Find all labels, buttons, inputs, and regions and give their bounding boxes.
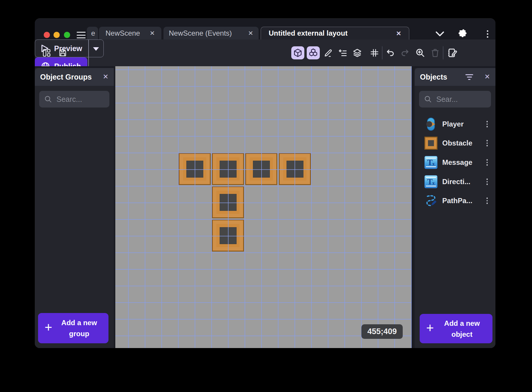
- add-group-label-line2: group: [69, 330, 89, 338]
- object-kebab-icon[interactable]: [485, 158, 489, 167]
- plus-icon: +: [45, 321, 52, 334]
- tab-close-icon[interactable]: ✕: [248, 30, 253, 36]
- object-row-pathpaint[interactable]: PathPa...: [415, 192, 495, 209]
- redo-icon[interactable]: [399, 46, 410, 59]
- cursor-coordinates-badge: 455;409: [361, 324, 403, 339]
- object-kebab-icon[interactable]: [485, 139, 489, 148]
- add-object-label-line2: object: [451, 330, 473, 338]
- obstacle-tile-instance[interactable]: [212, 153, 244, 185]
- 3d-view-toggle[interactable]: [291, 46, 304, 59]
- app-window: e NewScene ✕ NewScene (Events) ✕ Untitle…: [35, 18, 495, 348]
- object-row-player[interactable]: Player: [415, 116, 495, 133]
- object-row-message[interactable]: Tx Message: [415, 154, 495, 171]
- objects-panel: Objects ✕ Player Obstacle: [415, 68, 495, 348]
- tab-close-icon[interactable]: ✕: [149, 30, 155, 36]
- object-name: Message: [442, 158, 472, 167]
- object-kebab-icon[interactable]: [485, 120, 489, 129]
- traffic-minimize-button[interactable]: [53, 32, 60, 38]
- object-name: Obstacle: [442, 139, 472, 147]
- toolbar: Preview Publish: [35, 39, 495, 66]
- scene-properties-icon[interactable]: [447, 46, 458, 59]
- tab-newscene-events[interactable]: NewScene (Events) ✕: [163, 27, 259, 39]
- tab-label: Untitled external layout: [269, 29, 347, 37]
- plus-icon: +: [426, 321, 434, 334]
- cube-icon: [293, 48, 302, 57]
- window-menu-kebab-icon[interactable]: [481, 28, 493, 40]
- add-object-button[interactable]: + Add a new object: [420, 314, 492, 343]
- text-object-icon: Tx: [424, 175, 437, 188]
- tab-newscene[interactable]: NewScene ✕: [99, 27, 161, 39]
- object-row-obstacle[interactable]: Obstacle: [415, 135, 495, 152]
- obstacle-tile-instance[interactable]: [212, 186, 244, 218]
- tab-close-icon[interactable]: ✕: [396, 30, 401, 37]
- tab-untitled-external-layout[interactable]: Untitled external layout ✕: [261, 27, 409, 39]
- object-groups-panel: Object Groups ✕ + Add a new group: [35, 68, 114, 348]
- object-groups-close-icon[interactable]: ✕: [103, 73, 108, 81]
- object-kebab-icon[interactable]: [485, 196, 489, 205]
- objects-search-input[interactable]: [436, 95, 481, 104]
- content-area: Object Groups ✕ + Add a new group 455;40…: [35, 66, 495, 348]
- grid-icon[interactable]: [369, 46, 380, 59]
- add-group-button[interactable]: + Add a new group: [38, 313, 108, 343]
- obstacle-icon: [424, 137, 437, 150]
- tab-clipped[interactable]: e: [87, 27, 98, 39]
- object-groups-title: Object Groups: [40, 73, 92, 81]
- scene-canvas[interactable]: 455;409: [115, 66, 412, 348]
- cubes-icon: [309, 48, 318, 58]
- add-group-label-line1: Add a new: [61, 319, 97, 327]
- tab-label: NewScene (Events): [169, 29, 232, 37]
- tab-clipped-label: e: [91, 29, 98, 37]
- object-row-directions[interactable]: Tx Directi...: [415, 173, 495, 190]
- extensions-puzzle-icon[interactable]: [457, 28, 469, 40]
- tab-label: NewScene: [106, 29, 140, 37]
- object-name: PathPa...: [442, 197, 472, 205]
- player-icon: [424, 118, 437, 131]
- path-paint-icon: [424, 194, 437, 207]
- text-object-icon: Tx: [424, 156, 437, 169]
- object-groups-header: Object Groups: [35, 68, 114, 86]
- layers-icon[interactable]: [352, 46, 363, 59]
- search-icon: [45, 96, 52, 103]
- traffic-close-button[interactable]: [44, 32, 50, 38]
- objects-header: Objects: [415, 68, 495, 86]
- object-groups-searchbox: [39, 91, 109, 108]
- main-menu-icon[interactable]: [77, 32, 86, 38]
- tabs-overflow-chevron-down-icon[interactable]: [434, 28, 446, 40]
- objects-searchbox: [419, 91, 491, 108]
- objects-title: Objects: [420, 73, 447, 81]
- undo-icon[interactable]: [385, 46, 396, 59]
- obstacle-tile-instance[interactable]: [279, 153, 311, 185]
- object-name: Directi...: [442, 178, 470, 186]
- edit-pencil-icon[interactable]: [323, 46, 334, 59]
- trash-icon[interactable]: [430, 46, 440, 59]
- save-icon[interactable]: [57, 46, 68, 59]
- search-icon: [424, 96, 432, 103]
- zoom-in-icon[interactable]: [415, 46, 426, 59]
- obstacle-tile-instance[interactable]: [212, 219, 244, 252]
- obstacle-tile-instance[interactable]: [245, 153, 277, 185]
- grid-overlay: [115, 66, 412, 348]
- objects-close-icon[interactable]: ✕: [484, 73, 490, 81]
- instances-view-toggle[interactable]: [307, 46, 320, 59]
- objects-filter-icon[interactable]: [465, 73, 473, 81]
- project-manager-icon[interactable]: [41, 46, 52, 59]
- object-kebab-icon[interactable]: [485, 177, 489, 186]
- instances-list-icon[interactable]: [338, 46, 348, 59]
- object-name: Player: [442, 120, 464, 128]
- object-groups-search-input[interactable]: [56, 95, 101, 104]
- add-object-label-line1: Add a new: [444, 319, 480, 327]
- preview-dropdown-caret-icon[interactable]: [93, 47, 99, 51]
- obstacle-tile-instance[interactable]: [179, 153, 211, 185]
- tab-bar: e NewScene ✕ NewScene (Events) ✕ Untitle…: [35, 19, 495, 39]
- traffic-zoom-button[interactable]: [64, 32, 70, 38]
